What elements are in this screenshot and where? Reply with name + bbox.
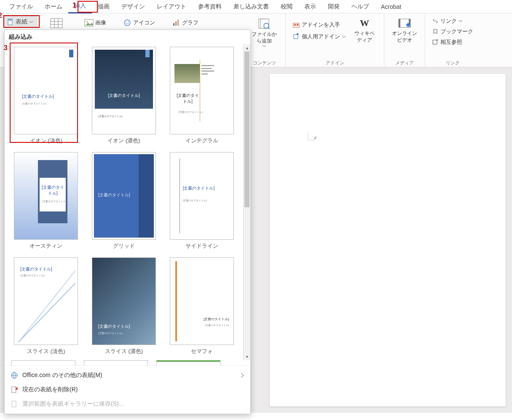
paragraph-mark: ↲ <box>314 135 317 140</box>
svg-rect-20 <box>294 24 296 26</box>
svg-rect-14 <box>177 20 179 26</box>
thumb-sub: [文書のサブタイトル] <box>20 274 44 278</box>
gallery-scrollbar[interactable]: ▴ ▾ <box>243 44 250 360</box>
tab-review[interactable]: 校閲 <box>275 0 298 13</box>
reuse-files-icon <box>257 18 271 29</box>
save-gallery-icon <box>11 400 18 408</box>
svg-rect-12 <box>173 23 174 26</box>
thumb-title: [文書のタイトル] <box>175 93 201 104</box>
chart-button[interactable]: グラフ <box>169 18 201 28</box>
icons-button[interactable]: アイコン <box>121 18 158 28</box>
scroll-down-button[interactable]: ▾ <box>244 353 250 360</box>
chevron-down-icon <box>29 20 33 24</box>
gallery-item-semaphore[interactable]: [文書のタイトル] [文書のサブタイトル] セマフォ <box>167 257 236 355</box>
remove-cover-label: 現在の表紙を削除(R) <box>22 386 78 393</box>
save-selection-label: 選択範囲を表紙ギャラリーに保存(S)... <box>22 400 123 408</box>
svg-rect-26 <box>399 19 400 27</box>
get-addins-label: アドインを入手 <box>302 21 340 29</box>
online-video-label: オンラインビデオ <box>392 30 417 43</box>
get-addins-button[interactable]: アドインを入手 <box>290 20 348 30</box>
gallery-caption: セマフォ <box>191 348 213 355</box>
thumb-title: [文書のタイトル] <box>183 185 215 191</box>
gallery-caption: スライス (濃色) <box>105 348 143 355</box>
tab-view[interactable]: 表示 <box>298 0 322 13</box>
gallery-item-sideline[interactable]: [文書のタイトル] [文書のサブタイトル] サイドライン <box>167 152 236 250</box>
tab-mailings[interactable]: 差し込み文書 <box>228 0 275 13</box>
tab-references[interactable]: 参考資料 <box>192 0 228 13</box>
svg-line-31 <box>19 283 75 342</box>
tab-acrobat[interactable]: Acrobat <box>375 1 407 13</box>
gallery-item-ion-dark[interactable]: [文書のタイトル] [文書のサブタイトル] イオン (濃色) <box>89 47 159 144</box>
tab-design[interactable]: デザイン <box>115 0 151 13</box>
icons-icon <box>123 19 131 27</box>
chevron-down-icon <box>458 19 463 23</box>
chart-icon <box>172 19 180 27</box>
gallery-item-ion-light[interactable]: [文書のタイトル] [文書のサブタイトル] イオン (淡色) <box>11 47 81 144</box>
gallery-item-austin[interactable]: [文書のタイトル] [文書のサブタイトル] オースティン <box>11 152 81 250</box>
link-button[interactable]: リンク <box>429 16 465 26</box>
scroll-thumb[interactable] <box>244 51 249 207</box>
media-group-label: メディア <box>395 60 414 66</box>
tab-developer[interactable]: 開発 <box>322 0 346 13</box>
reuse-files-button[interactable]: ファイルから追加 <box>247 16 281 49</box>
gallery-caption: イオン (淡色) <box>30 137 62 144</box>
svg-rect-1 <box>8 19 12 21</box>
gallery-caption: インテグラル <box>185 137 218 144</box>
gallery-item-slice-light[interactable]: [文書のタイトル] [文書のサブタイトル] スライス (淡色) <box>11 257 81 355</box>
gallery-caption: オースティン <box>29 242 62 250</box>
thumb-title: [文書のタイトル] <box>22 94 54 99</box>
gallery-item-integral[interactable]: ■■■■■■■■■■■■■■■■■■■■■■■■■■■■■■■■■ [文書のタイ… <box>167 47 236 144</box>
scroll-up-button[interactable]: ▴ <box>244 44 250 51</box>
picture-icon <box>84 19 94 27</box>
svg-point-10 <box>126 21 126 22</box>
more-from-office-item[interactable]: Office.com のその他の表紙(M) <box>5 368 250 383</box>
thumb-sub: [文書のサブタイトル] <box>42 200 66 203</box>
reuse-group-label: コンテンツ <box>253 60 276 66</box>
wikipedia-label: ウィキペディア <box>353 30 376 43</box>
thumb-title: [文書のタイトル] <box>98 192 130 198</box>
remove-page-icon <box>11 386 18 393</box>
tab-file[interactable]: ファイル <box>3 0 39 13</box>
remove-cover-item[interactable]: 現在の表紙を削除(R) <box>5 383 250 397</box>
online-video-button[interactable]: オンラインビデオ <box>389 16 421 45</box>
dropdown-header: 組み込み <box>5 30 250 44</box>
thumb-sub: [文書のサブタイトル] <box>98 332 122 335</box>
gallery-item-grid[interactable]: [文書のタイトル] グリッド <box>89 152 159 250</box>
cover-page-button[interactable]: 表紙 <box>3 16 37 28</box>
icons-label: アイコン <box>133 19 155 27</box>
addins-group: アドインを入手 個人用アドイン W ウィキペディア アドイン <box>286 13 384 67</box>
store-icon <box>292 21 300 28</box>
svg-rect-21 <box>297 24 298 26</box>
gallery-caption: サイドライン <box>185 242 218 250</box>
gallery-item-slice-dark[interactable]: [文書のタイトル] [文書のサブタイトル] スライス (濃色) <box>89 257 159 355</box>
media-group: オンラインビデオ メディア <box>384 13 425 67</box>
cross-reference-button[interactable]: 相互参照 <box>429 37 465 47</box>
chart-label: グラフ <box>182 19 198 27</box>
tab-strip: ファイル ホーム 挿入 描画 デザイン レイアウト 参考資料 差し込み文書 校閲… <box>0 0 512 13</box>
svg-rect-23 <box>297 33 298 35</box>
tab-insert[interactable]: 挿入 <box>68 0 92 13</box>
links-group-label: リンク <box>446 60 460 66</box>
video-icon <box>397 18 412 29</box>
dropdown-menu: Office.com のその他の表紙(M) 現在の表紙を削除(R) 選択範囲を表… <box>5 365 250 413</box>
tab-layout[interactable]: レイアウト <box>151 0 192 13</box>
my-addins-button[interactable]: 個人用アドイン <box>290 32 348 42</box>
tab-help[interactable]: ヘルプ <box>346 0 375 13</box>
bookmark-icon <box>432 29 439 35</box>
chevron-right-icon <box>240 373 244 378</box>
thumb-sub: [文書のサブタイトル] <box>205 324 229 327</box>
tab-home[interactable]: ホーム <box>39 0 68 13</box>
bookmark-button[interactable]: ブックマーク <box>429 27 476 37</box>
addins-group-label: アドイン <box>326 60 344 66</box>
link-icon <box>432 18 439 24</box>
picture-button[interactable]: 画像 <box>82 18 109 28</box>
document-page[interactable]: ↲ <box>270 74 506 407</box>
thumb-title: [文書のタイトル] <box>40 185 65 196</box>
svg-rect-22 <box>294 35 298 39</box>
svg-rect-35 <box>12 387 16 393</box>
cross-ref-icon <box>432 39 439 45</box>
cover-page-gallery: [文書のタイトル] [文書のサブタイトル] イオン (淡色) [文書のタイトル]… <box>5 44 243 360</box>
tab-draw[interactable]: 描画 <box>92 0 115 13</box>
wikipedia-button[interactable]: W ウィキペディア <box>349 16 380 45</box>
addin-icon <box>292 33 300 40</box>
